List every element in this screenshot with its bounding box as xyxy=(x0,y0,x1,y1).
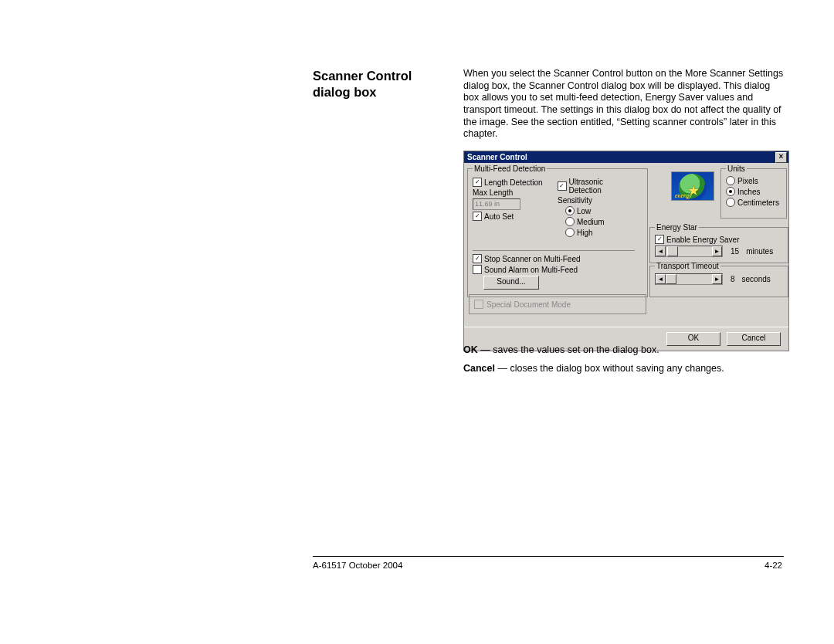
close-icon[interactable]: × xyxy=(775,152,787,163)
ultrasonic-label: Ultrasonic Detection xyxy=(569,178,635,195)
enable-energy-saver-checkbox[interactable]: ✓ xyxy=(655,235,664,244)
enable-energy-saver-label: Enable Energy Saver xyxy=(666,236,740,244)
transport-timeout-legend: Transport Timeout xyxy=(655,262,720,270)
energy-star-legend: Energy Star xyxy=(655,223,699,232)
sensitivity-low-radio[interactable] xyxy=(565,206,575,215)
units-legend: Units xyxy=(726,164,747,173)
multifeed-group: Multi-Feed Detection ✓ Length Detection … xyxy=(467,164,648,297)
transport-timeout-value: 8 xyxy=(731,275,735,283)
arrow-left-icon[interactable]: ◄ xyxy=(656,274,666,284)
footer-doc-id: A-61517 October 2004 xyxy=(313,561,402,570)
sensitivity-high-radio[interactable] xyxy=(565,228,575,237)
sound-alarm-checkbox[interactable] xyxy=(473,265,482,274)
footer-rule xyxy=(313,556,784,557)
ultrasonic-checkbox[interactable]: ✓ xyxy=(558,181,567,191)
scanner-control-dialog: Scanner Control × Multi-Feed Detection ✓… xyxy=(463,151,788,351)
special-doc-label: Special Document Mode xyxy=(486,300,571,309)
units-centimeters-radio[interactable] xyxy=(726,198,735,207)
section-heading: Scanner Control dialog box xyxy=(313,68,448,100)
max-length-label: Max Length xyxy=(473,188,513,197)
special-doc-group: Special Document Mode xyxy=(469,294,646,314)
energy-saver-unit: minutes xyxy=(746,247,773,256)
units-pixels-label: Pixels xyxy=(737,177,758,185)
units-group: Units Pixels Inches Centimeters xyxy=(720,164,787,219)
energy-saver-value: 15 xyxy=(731,247,739,256)
arrow-right-icon[interactable]: ► xyxy=(712,274,722,284)
max-length-input: 11.69 in xyxy=(473,198,520,210)
sensitivity-medium-radio[interactable] xyxy=(565,217,575,226)
sensitivity-medium-label: Medium xyxy=(577,218,605,226)
units-inches-radio[interactable] xyxy=(726,187,735,196)
transport-timeout-slider[interactable]: ◄ ► xyxy=(655,273,723,285)
energy-saver-slider[interactable]: ◄ ► xyxy=(655,246,723,257)
stop-scanner-label: Stop Scanner on Multi-Feed xyxy=(484,255,581,263)
units-pixels-radio[interactable] xyxy=(726,176,735,185)
sensitivity-high-label: High xyxy=(577,229,593,237)
units-centimeters-label: Centimeters xyxy=(737,198,779,207)
energy-star-logo: ★ energy xyxy=(671,171,714,201)
multifeed-legend: Multi-Feed Detection xyxy=(473,164,547,173)
sound-button[interactable]: Sound... xyxy=(483,276,539,290)
dialog-titlebar: Scanner Control × xyxy=(464,151,788,163)
units-inches-label: Inches xyxy=(737,188,760,196)
arrow-right-icon[interactable]: ► xyxy=(712,246,722,256)
auto-set-checkbox[interactable]: ✓ xyxy=(473,212,482,221)
special-doc-checkbox xyxy=(474,300,483,309)
cancel-description: Cancel — closes the dialog box without s… xyxy=(463,361,788,375)
footer-page-number: 4-22 xyxy=(764,561,782,570)
sound-alarm-label: Sound Alarm on Multi-Feed xyxy=(484,266,578,274)
length-detection-label: Length Detection xyxy=(484,178,543,187)
sensitivity-label: Sensitivity xyxy=(558,196,592,205)
transport-timeout-group: Transport Timeout ◄ ► 8 seconds xyxy=(649,262,788,297)
transport-timeout-unit: seconds xyxy=(742,275,771,283)
intro-paragraph: When you select the Scanner Control butt… xyxy=(463,68,788,141)
arrow-left-icon[interactable]: ◄ xyxy=(656,246,666,256)
ok-description: OK — saves the values set on the dialog … xyxy=(463,343,788,357)
dialog-title: Scanner Control xyxy=(467,153,527,161)
sensitivity-low-label: Low xyxy=(577,207,591,215)
energy-star-group: Energy Star ✓ Enable Energy Saver ◄ ► 15 xyxy=(649,223,788,263)
auto-set-label: Auto Set xyxy=(484,212,514,221)
stop-scanner-checkbox[interactable]: ✓ xyxy=(473,254,482,263)
length-detection-checkbox[interactable]: ✓ xyxy=(473,178,482,187)
